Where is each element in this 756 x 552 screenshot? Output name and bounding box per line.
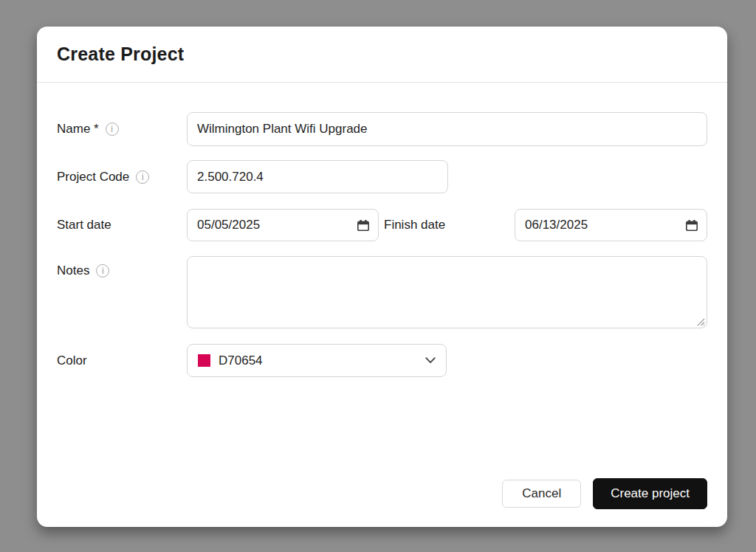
calendar-icon[interactable] bbox=[357, 220, 369, 231]
name-label: Name * bbox=[57, 122, 99, 137]
project-code-input[interactable] bbox=[187, 160, 448, 193]
info-icon[interactable]: i bbox=[96, 264, 109, 277]
create-project-form: Name * i Project Code i Start date 05/05… bbox=[37, 112, 727, 377]
create-project-button[interactable]: Create project bbox=[593, 478, 707, 509]
name-label-group: Name * i bbox=[57, 122, 187, 137]
color-select-value: D70654 bbox=[219, 353, 263, 368]
calendar-icon[interactable] bbox=[686, 220, 698, 231]
color-label-group: Color bbox=[57, 353, 187, 368]
info-icon[interactable]: i bbox=[106, 123, 119, 136]
project-code-label-group: Project Code i bbox=[57, 170, 187, 184]
create-project-modal: Create Project Name * i Project Code i bbox=[37, 27, 727, 527]
start-date-label-group: Start date bbox=[57, 218, 187, 232]
start-date-value: 05/05/2025 bbox=[197, 218, 260, 232]
project-code-field-row: Project Code i bbox=[57, 160, 707, 193]
name-field-row: Name * i bbox=[57, 112, 707, 146]
color-label: Color bbox=[57, 353, 87, 368]
notes-label-group: Notes i bbox=[57, 256, 187, 278]
finish-date-input[interactable]: 06/13/2025 bbox=[515, 209, 707, 241]
notes-textarea[interactable] bbox=[187, 256, 707, 328]
modal-title: Create Project bbox=[57, 44, 184, 65]
name-input[interactable] bbox=[187, 112, 707, 146]
modal-backdrop: Create Project Name * i Project Code i bbox=[0, 0, 756, 552]
notes-label: Notes bbox=[57, 263, 89, 278]
modal-footer: Cancel Create project bbox=[502, 478, 707, 509]
modal-header: Create Project bbox=[37, 27, 727, 83]
dates-field-row: Start date 05/05/2025 Finish date 06/13/… bbox=[57, 209, 707, 241]
notes-field-row: Notes i bbox=[57, 256, 707, 328]
color-select[interactable]: D70654 bbox=[187, 344, 447, 377]
notes-input-wrap bbox=[187, 256, 707, 328]
finish-date-value: 06/13/2025 bbox=[525, 218, 588, 232]
color-swatch bbox=[198, 354, 210, 367]
project-code-label: Project Code bbox=[57, 170, 129, 184]
finish-date-label: Finish date bbox=[379, 218, 515, 232]
start-date-label: Start date bbox=[57, 218, 111, 232]
resize-grip-icon[interactable] bbox=[697, 318, 705, 326]
chevron-down-icon bbox=[425, 357, 436, 364]
start-date-input[interactable]: 05/05/2025 bbox=[187, 209, 379, 241]
info-icon[interactable]: i bbox=[136, 170, 149, 184]
color-field-row: Color D70654 bbox=[57, 344, 707, 377]
cancel-button[interactable]: Cancel bbox=[502, 480, 581, 508]
